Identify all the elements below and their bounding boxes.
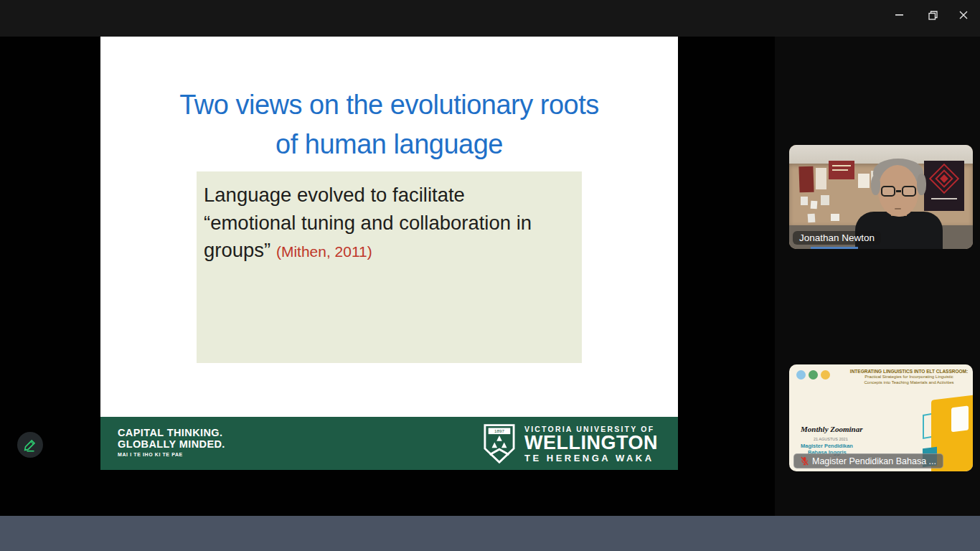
tagline-line2: GLOBALLY MINDED. <box>118 438 225 450</box>
host-name-text: Magister Pendidikan Bahasa ... <box>812 456 936 466</box>
quote-line2: “emotional tuning and collaboration in <box>204 209 575 237</box>
minimize-button[interactable] <box>888 7 910 23</box>
minimize-icon <box>895 14 903 16</box>
university-shield-icon: 1897 <box>484 423 515 464</box>
mini-slide-org1: Magister Pendidikan <box>801 443 853 449</box>
shared-screen-area: Two views on the evolutionary roots of h… <box>0 37 775 516</box>
scene-blue-edge <box>811 247 858 249</box>
poster <box>816 168 826 189</box>
poster <box>801 197 808 205</box>
footer-tagline: CAPITAL THINKING. GLOBALLY MINDED. MAI I… <box>118 427 225 457</box>
zoom-meeting-window: Two views on the evolutionary roots of h… <box>0 0 980 551</box>
poster-detail <box>931 198 957 199</box>
poster <box>821 195 829 205</box>
poster <box>858 174 870 188</box>
university-name: VICTORIA UNIVERSITY OF WELLINGTON TE HER… <box>524 425 658 463</box>
mini-slide-title-block: INTEGRATING LINGUISTICS INTO ELT CLASSRO… <box>848 369 970 385</box>
taskbar: 1 <box>0 516 980 551</box>
participants-panel: Jonathan Newton INTEGRATING LINGUISTICS … <box>775 37 980 516</box>
slide-footer: CAPITAL THINKING. GLOBALLY MINDED. MAI I… <box>100 417 678 470</box>
host-name-label: Magister Pendidikan Bahasa ... <box>793 453 943 468</box>
poster <box>798 166 814 193</box>
poster-detail <box>832 169 848 171</box>
svg-text:1897: 1897 <box>494 428 504 433</box>
quote-citation: (Mithen, 2011) <box>276 243 372 260</box>
poster <box>831 214 839 221</box>
quote-line3-text: groups” <box>204 239 276 261</box>
glasses-lens <box>902 186 916 197</box>
decor-white-window <box>951 405 969 432</box>
org-logo-icon <box>821 370 830 380</box>
mini-slide-event: Monthly Zoominar <box>801 425 863 433</box>
window-titlebar <box>0 0 980 37</box>
slide-title-line2: of human language <box>100 125 678 164</box>
quote-line3: groups” (Mithen, 2011) <box>204 237 575 266</box>
restore-button[interactable] <box>922 7 943 23</box>
org-logo-icon <box>796 370 806 380</box>
university-line2: WELLINGTON <box>524 433 658 453</box>
video-thumbnail-speaker[interactable]: Jonathan Newton <box>789 145 973 249</box>
close-icon <box>959 11 968 19</box>
mini-slide-title: INTEGRATING LINGUISTICS INTO ELT CLASSRO… <box>848 369 970 375</box>
slide-title: Two views on the evolutionary roots of h… <box>100 85 678 164</box>
poster-detail <box>832 165 851 166</box>
mini-slide-subtitle1: Practical Strategies for Incorporating L… <box>848 375 970 380</box>
quote-textbox: Language evolved to facilitate “emotiona… <box>197 171 582 363</box>
person-hair-side <box>917 174 926 195</box>
annotation-pencil-icon <box>22 437 38 453</box>
close-button[interactable] <box>953 7 974 23</box>
restore-icon <box>928 11 938 20</box>
participant-name-label: Jonathan Newton <box>793 231 881 245</box>
university-logo-block: 1897 VICTORIA UNIVERSITY OF WELLINGTON T… <box>484 423 658 464</box>
quote-line1: Language evolved to facilitate <box>204 182 575 209</box>
glasses-lens <box>881 186 895 197</box>
person-mouth <box>895 208 901 209</box>
video-thumbnail-host[interactable]: INTEGRATING LINGUISTICS INTO ELT CLASSRO… <box>789 364 973 471</box>
slide-title-line1: Two views on the evolutionary roots <box>100 85 678 125</box>
annotation-button[interactable] <box>17 432 43 458</box>
poster <box>811 201 818 209</box>
muted-mic-icon <box>801 456 809 466</box>
glasses-bridge <box>896 190 901 192</box>
tagline-line1: CAPITAL THINKING. <box>118 427 225 438</box>
person-hair-side <box>871 175 880 195</box>
org-logo-icon <box>809 370 818 380</box>
mini-slide-date: 21 AGUSTUS 2021 <box>814 437 848 441</box>
mini-slide-subtitle2: Concepts into Teaching Materials and Act… <box>848 380 970 386</box>
tagline-line3: MAI I TE IHO KI TE PAE <box>118 452 225 457</box>
presentation-slide: Two views on the evolutionary roots of h… <box>100 37 678 470</box>
poster <box>808 214 816 223</box>
university-line3: TE HERENGA WAKA <box>524 453 658 463</box>
